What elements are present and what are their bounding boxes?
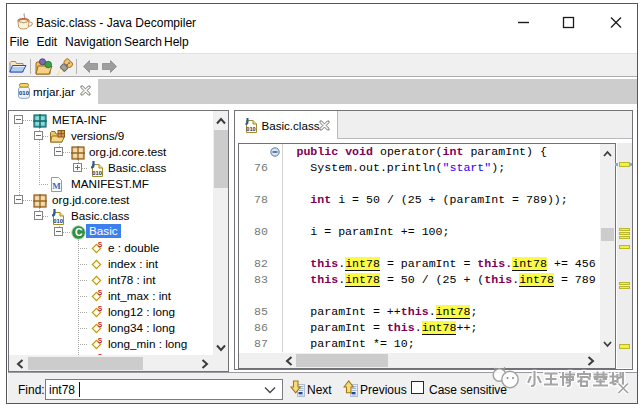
svg-text:M: M [52, 181, 61, 191]
svg-text:S: S [98, 241, 103, 248]
svg-text:S: S [98, 289, 103, 296]
svg-text:010: 010 [19, 90, 30, 96]
svg-text:010: 010 [246, 125, 255, 131]
svg-text:010: 010 [92, 170, 102, 176]
svg-text:C: C [75, 226, 83, 238]
svg-text:010: 010 [53, 218, 63, 224]
svg-text:S: S [98, 337, 103, 344]
svg-text:S: S [98, 321, 103, 328]
svg-text:S: S [98, 305, 103, 312]
